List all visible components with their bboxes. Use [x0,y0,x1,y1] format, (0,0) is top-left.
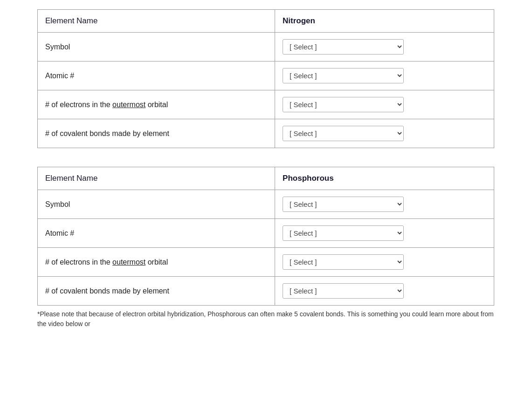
phosphorous-symbol-cell: [ Select ] [275,190,494,219]
nitrogen-electrons-label: # of electrons in the outermost orbital [38,90,275,119]
phosphorous-bonds-label: # of covalent bonds made by element [38,277,275,306]
nitrogen-bonds-label: # of covalent bonds made by element [38,119,275,148]
nitrogen-electrons-cell: [ Select ] [275,90,494,119]
footnote-text: *Please note that because of electron or… [37,309,494,329]
phosphorous-symbol-select[interactable]: [ Select ] [283,197,404,212]
phosphorous-atomic-label: Atomic # [38,219,275,248]
nitrogen-element-name-value: Nitrogen [275,10,494,33]
phosphorous-element-name-value: Phosphorous [275,167,494,190]
nitrogen-electrons-select[interactable]: [ Select ] [283,97,404,112]
nitrogen-section: Element Name Nitrogen Symbol [ Select ] … [37,9,495,148]
nitrogen-header-row: Element Name Nitrogen [38,10,494,33]
nitrogen-bonds-cell: [ Select ] [275,119,494,148]
nitrogen-bonds-select[interactable]: [ Select ] [283,126,404,141]
outermost-underline-2: outermost [112,258,145,266]
phosphorous-symbol-row: Symbol [ Select ] [38,190,494,219]
phosphorous-atomic-cell: [ Select ] [275,219,494,248]
phosphorous-bonds-row: # of covalent bonds made by element [ Se… [38,277,494,306]
nitrogen-electrons-row: # of electrons in the outermost orbital … [38,90,494,119]
phosphorous-table: Element Name Phosphorous Symbol [ Select… [37,167,494,306]
nitrogen-symbol-select[interactable]: [ Select ] [283,39,404,55]
nitrogen-atomic-row: Atomic # [ Select ] [38,61,494,90]
phosphorous-atomic-select[interactable]: [ Select ] [283,225,404,241]
nitrogen-bonds-row: # of covalent bonds made by element [ Se… [38,119,494,148]
phosphorous-electrons-label: # of electrons in the outermost orbital [38,248,275,277]
phosphorous-section: Element Name Phosphorous Symbol [ Select… [37,167,495,329]
nitrogen-atomic-label: Atomic # [38,61,275,90]
phosphorous-header-row: Element Name Phosphorous [38,167,494,190]
nitrogen-table: Element Name Nitrogen Symbol [ Select ] … [37,9,494,148]
phosphorous-bonds-cell: [ Select ] [275,277,494,306]
phosphorous-element-name-label: Element Name [38,167,275,190]
phosphorous-symbol-label: Symbol [38,190,275,219]
nitrogen-symbol-cell: [ Select ] [275,33,494,61]
phosphorous-electrons-row: # of electrons in the outermost orbital … [38,248,494,277]
nitrogen-atomic-select[interactable]: [ Select ] [283,68,404,83]
nitrogen-symbol-row: Symbol [ Select ] [38,33,494,61]
phosphorous-electrons-cell: [ Select ] [275,248,494,277]
nitrogen-element-name-label: Element Name [38,10,275,33]
nitrogen-symbol-label: Symbol [38,33,275,61]
phosphorous-bonds-select[interactable]: [ Select ] [283,283,404,299]
phosphorous-atomic-row: Atomic # [ Select ] [38,219,494,248]
phosphorous-electrons-select[interactable]: [ Select ] [283,254,404,270]
nitrogen-atomic-cell: [ Select ] [275,61,494,90]
outermost-underline-1: outermost [112,101,145,109]
